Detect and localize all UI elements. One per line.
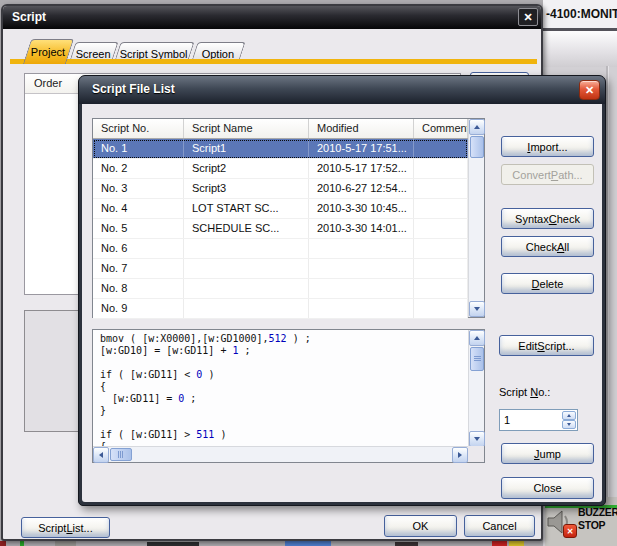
code-line: if ( [w:GD11] > 511 )	[100, 429, 468, 441]
scroll-thumb[interactable]	[110, 448, 132, 461]
code-line: {	[100, 381, 468, 393]
code-hscrollbar[interactable]	[93, 446, 468, 462]
table-cell: No. 3	[93, 179, 184, 198]
hmi-fragment	[0, 541, 6, 546]
table-row[interactable]: No. 5SCHEDULE SC...2010-3-30 14:01...	[93, 219, 468, 239]
table-cell	[309, 299, 414, 318]
file-list-titlebar[interactable]: Script File List	[79, 76, 605, 104]
script-table: Script No. Script Name Modified Comment …	[92, 118, 485, 318]
table-cell: SCHEDULE SC...	[184, 219, 309, 238]
table-cell: No. 4	[93, 199, 184, 218]
scroll-thumb[interactable]	[470, 136, 484, 158]
table-cell	[414, 179, 468, 198]
delete-button[interactable]: Delete	[501, 273, 594, 294]
syntax-check-button[interactable]: Syntax Check	[501, 208, 594, 229]
close-icon[interactable]: ✕	[579, 80, 600, 100]
table-row[interactable]: No. 4LOT START SC...2010-3-30 10:45...	[93, 199, 468, 219]
column-header[interactable]: Script Name	[184, 119, 309, 138]
main-window-title-fragment: -4100:MONITO	[546, 7, 617, 21]
table-row[interactable]: No. 8	[93, 279, 468, 299]
code-line	[100, 357, 468, 369]
table-cell: Script3	[184, 179, 309, 198]
hmi-fragment	[285, 541, 331, 546]
table-row[interactable]: No. 9	[93, 299, 468, 319]
scroll-down-icon[interactable]	[469, 431, 485, 447]
table-row[interactable]: No. 1Script12010-5-17 17:51...	[93, 139, 468, 159]
scroll-right-icon[interactable]	[452, 447, 468, 463]
mute-x-icon: ✕	[563, 524, 577, 538]
table-cell	[414, 239, 468, 258]
table-row[interactable]: No. 6	[93, 239, 468, 259]
table-cell: No. 9	[93, 299, 184, 318]
table-cell	[309, 279, 414, 298]
table-cell: 2010-5-17 17:51...	[309, 139, 414, 158]
table-row[interactable]: No. 2Script22010-5-17 17:52...	[93, 159, 468, 179]
screen: -4100:MONITO ✕ BUZZER STOP Script ✕ Proj…	[0, 0, 617, 546]
table-cell	[184, 279, 309, 298]
spin-up-icon[interactable]	[562, 411, 576, 420]
table-row[interactable]: No. 7	[93, 259, 468, 279]
script-no-label: Script No.:	[499, 386, 550, 398]
table-cell	[309, 259, 414, 278]
table-cell	[414, 199, 468, 218]
code-line: [w:GD10] = [w:GD11] + 1 ;	[100, 345, 468, 357]
table-cell: Script1	[184, 139, 309, 158]
scroll-up-icon[interactable]	[469, 119, 485, 135]
code-line: [w:GD11] = 0 ;	[100, 393, 468, 405]
table-cell: 2010-6-27 12:54...	[309, 179, 414, 198]
close-icon[interactable]: ✕	[518, 8, 538, 26]
table-cell: No. 7	[93, 259, 184, 278]
spin-down-icon[interactable]	[562, 420, 576, 429]
table-body: No. 1Script12010-5-17 17:51...No. 2Scrip…	[93, 139, 468, 319]
table-cell	[414, 299, 468, 318]
table-cell: No. 6	[93, 239, 184, 258]
code-line: }	[100, 405, 468, 417]
edit-script-button[interactable]: Edit Script...	[499, 335, 594, 356]
table-row[interactable]: No. 3Script32010-6-27 12:54...	[93, 179, 468, 199]
main-window-titlebar[interactable]: -4100:MONITO	[543, 0, 617, 28]
table-cell	[414, 259, 468, 278]
tab-accent-bar	[10, 59, 537, 64]
check-all-button[interactable]: Check All	[501, 236, 594, 257]
table-cell	[414, 279, 468, 298]
script-file-list-dialog: Script File List ✕ Script No. Script Nam…	[78, 75, 606, 506]
hmi-fragment	[147, 542, 199, 546]
script-dialog-title: Script	[12, 10, 46, 24]
code-lines: bmov ( [w:X0000],[w:GD1000],512 ) ;[w:GD…	[93, 330, 468, 446]
code-line: bmov ( [w:X0000],[w:GD1000],512 ) ;	[100, 333, 468, 345]
table-cell: No. 1	[93, 139, 184, 158]
tab-project[interactable]: Project	[23, 39, 74, 64]
table-header-row: Script No. Script Name Modified Comment	[93, 119, 468, 139]
hmi-fragment	[492, 541, 507, 546]
convert-path-button: Convert Path...	[501, 164, 594, 185]
close-button[interactable]: Close	[501, 477, 594, 499]
table-cell	[414, 219, 468, 238]
cancel-button[interactable]: Cancel	[464, 515, 535, 537]
table-cell	[414, 159, 468, 178]
column-header[interactable]: Script No.	[93, 119, 184, 138]
table-cell: No. 2	[93, 159, 184, 178]
table-scrollbar[interactable]	[468, 119, 484, 317]
table-cell	[414, 139, 468, 158]
script-no-value[interactable]: 1	[504, 414, 510, 426]
scroll-thumb[interactable]	[470, 347, 484, 371]
scroll-left-icon[interactable]	[93, 447, 109, 463]
scrollbar-corner	[468, 446, 484, 462]
ok-button[interactable]: OK	[384, 515, 457, 537]
code-vscrollbar[interactable]	[468, 330, 484, 447]
column-header[interactable]: Comment	[414, 119, 468, 138]
import-button[interactable]: Import...	[501, 136, 594, 157]
table-cell: No. 5	[93, 219, 184, 238]
script-dialog-titlebar[interactable]: Script	[3, 6, 541, 29]
scroll-down-icon[interactable]	[469, 301, 485, 317]
scroll-up-icon[interactable]	[469, 330, 485, 346]
script-no-stepper[interactable]: 1	[499, 409, 578, 431]
table-cell: Script2	[184, 159, 309, 178]
jump-button[interactable]: Jump	[501, 443, 594, 464]
column-header[interactable]: Modified	[309, 119, 414, 138]
code-preview[interactable]: bmov ( [w:X0000],[w:GD1000],512 ) ;[w:GD…	[92, 329, 485, 463]
file-list-title: Script File List	[92, 82, 175, 96]
script-list-button[interactable]: Script List...	[21, 517, 110, 538]
table-cell: 2010-3-30 14:01...	[309, 219, 414, 238]
hmi-fragment	[55, 541, 76, 546]
